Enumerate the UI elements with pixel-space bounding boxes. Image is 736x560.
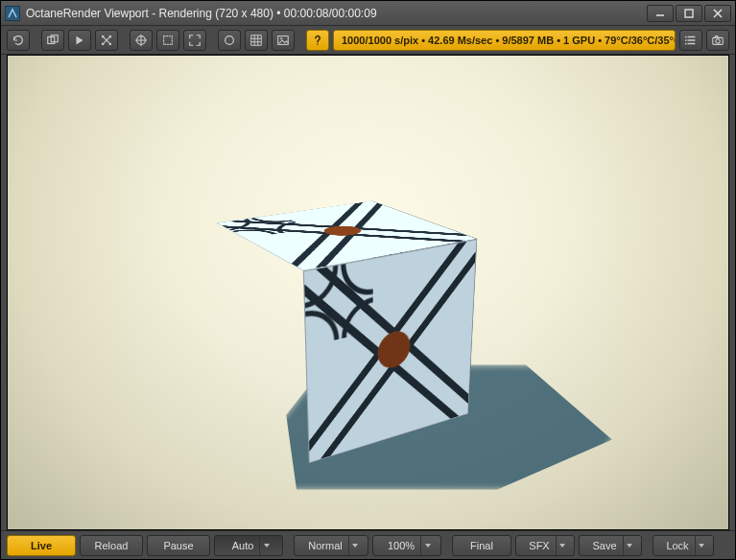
clone-window-icon[interactable] (41, 30, 64, 51)
reload-label: Reload (95, 540, 129, 551)
app-icon (5, 6, 20, 21)
svg-point-17 (716, 38, 720, 42)
grid-icon[interactable] (245, 30, 268, 51)
live-label: Live (31, 540, 52, 551)
window-title: OctaneRender Viewport - Rendering (720 x… (26, 7, 647, 20)
normal-button[interactable]: Normal (294, 535, 368, 556)
lock-label: Lock (666, 540, 688, 551)
render-viewport[interactable] (7, 55, 729, 530)
titlebar: OctaneRender Viewport - Rendering (720 x… (1, 1, 735, 26)
app-window: OctaneRender Viewport - Rendering (720 x… (0, 0, 736, 560)
svg-point-12 (280, 37, 282, 39)
chevron-down-icon[interactable] (420, 536, 434, 555)
normal-label: Normal (308, 540, 342, 551)
fullscreen-icon[interactable] (183, 30, 206, 51)
svg-rect-1 (685, 10, 693, 17)
chevron-down-icon[interactable] (695, 536, 708, 555)
svg-point-13 (685, 35, 687, 37)
pause-button[interactable]: Pause (147, 535, 210, 556)
refresh-icon[interactable] (7, 30, 30, 51)
svg-rect-18 (715, 35, 718, 37)
chevron-down-icon[interactable] (556, 536, 569, 555)
chevron-down-icon[interactable] (259, 536, 273, 555)
chevron-down-icon[interactable] (623, 536, 636, 555)
crossed-arrows-icon[interactable] (95, 30, 118, 51)
window-controls (647, 5, 731, 22)
close-button[interactable] (704, 5, 731, 22)
bottom-toolbar: Live Reload Pause Auto Normal 100% Final… (1, 530, 735, 559)
help-icon[interactable] (306, 30, 329, 51)
target-icon[interactable] (130, 30, 153, 51)
zoom-button[interactable]: 100% (372, 535, 441, 556)
final-label: Final (470, 540, 493, 551)
record-icon[interactable] (218, 30, 241, 51)
auto-label: Auto (232, 540, 254, 551)
live-button[interactable]: Live (7, 535, 76, 556)
sfx-button[interactable]: SFX (515, 535, 575, 556)
minimize-button[interactable] (647, 5, 674, 22)
cube-face-front (303, 239, 477, 463)
svg-point-14 (685, 39, 687, 41)
reload-button[interactable]: Reload (80, 535, 143, 556)
svg-point-10 (226, 35, 234, 44)
auto-button[interactable]: Auto (214, 535, 283, 556)
picture-icon[interactable] (272, 30, 295, 51)
boundingbox-icon[interactable] (156, 30, 179, 51)
maximize-button[interactable] (676, 5, 702, 22)
svg-rect-9 (164, 35, 173, 44)
chevron-down-icon[interactable] (348, 536, 362, 555)
top-toolbar: 1000/1000 s/pix • 42.69 Ms/sec • 9/5897 … (1, 26, 735, 55)
save-label: Save (592, 540, 616, 551)
zoom-label: 100% (388, 540, 415, 551)
pause-label: Pause (163, 540, 193, 551)
lock-button[interactable]: Lock (653, 535, 714, 556)
svg-point-15 (685, 42, 687, 44)
render-status: 1000/1000 s/pix • 42.69 Ms/sec • 9/5897 … (333, 30, 676, 51)
final-button[interactable]: Final (452, 535, 511, 556)
sfx-label: SFX (529, 540, 549, 551)
render-background (8, 56, 728, 529)
save-button[interactable]: Save (579, 535, 642, 556)
cube-object (233, 190, 502, 478)
list-icon[interactable] (679, 30, 702, 51)
camera-icon[interactable] (706, 30, 729, 51)
arrow-right-icon[interactable] (68, 30, 91, 51)
